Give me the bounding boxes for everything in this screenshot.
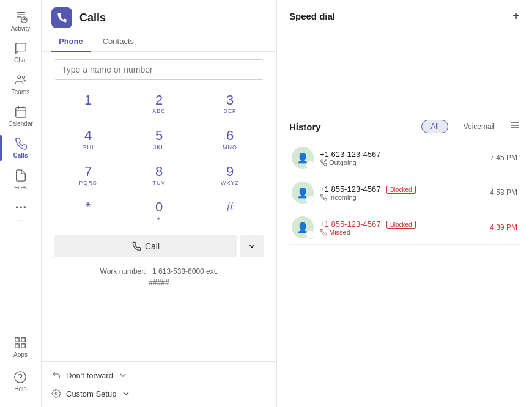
dial-key-5[interactable]: 5JKL bbox=[125, 123, 193, 156]
sidebar-item-label: Chat bbox=[14, 57, 27, 64]
work-number-ext: ##### bbox=[149, 278, 169, 287]
filter-voicemail-button[interactable]: Voicemail bbox=[454, 120, 504, 133]
avatar-1: 👤 bbox=[292, 147, 314, 169]
phone-icon bbox=[131, 241, 141, 251]
sidebar-item-help[interactable]: Help bbox=[11, 365, 30, 397]
svg-rect-3 bbox=[15, 108, 26, 118]
dont-forward-option[interactable]: Don't forward bbox=[51, 368, 267, 383]
chat-icon bbox=[14, 42, 28, 55]
svg-point-9 bbox=[23, 206, 26, 208]
sidebar: Activity Chat Teams Calendar Calls Files… bbox=[0, 0, 42, 407]
dial-key-0[interactable]: 0+ bbox=[125, 194, 193, 227]
call-item-1[interactable]: 👤 +1 613-123-4567 Outgoing 7:45 PM bbox=[289, 141, 520, 175]
sidebar-item-teams[interactable]: Teams bbox=[0, 68, 41, 100]
calendar-icon bbox=[14, 105, 28, 119]
svg-point-7 bbox=[15, 206, 18, 208]
sidebar-item-label: Help bbox=[14, 386, 27, 392]
sidebar-item-apps[interactable]: Apps bbox=[11, 331, 30, 363]
call-time-1: 7:45 PM bbox=[490, 153, 517, 162]
sidebar-item-files[interactable]: Files bbox=[0, 164, 41, 196]
call-type-label-2: Incoming bbox=[329, 194, 357, 201]
avatar-badge-2 bbox=[306, 196, 314, 204]
custom-setup-label: Custom Setup bbox=[66, 389, 116, 398]
svg-point-0 bbox=[21, 17, 26, 23]
chevron-down-icon bbox=[118, 370, 128, 380]
sidebar-item-chat[interactable]: Chat bbox=[0, 37, 41, 68]
svg-point-8 bbox=[20, 206, 22, 208]
dial-key-6[interactable]: 6MNO bbox=[196, 123, 264, 156]
call-type-1: Outgoing bbox=[320, 159, 484, 166]
call-expand-button[interactable] bbox=[240, 235, 264, 257]
sidebar-item-activity[interactable]: Activity bbox=[0, 5, 41, 37]
dialpad-grid: 1 2ABC 3DEF 4GHI 5JKL 6MNO 7PQRS 8TUV 9W… bbox=[54, 87, 264, 228]
sidebar-item-label: Calls bbox=[13, 152, 28, 159]
svg-point-14 bbox=[15, 372, 26, 383]
calls-tabs: Phone Contacts bbox=[42, 32, 276, 52]
help-icon bbox=[13, 370, 27, 384]
page-title: Calls bbox=[79, 12, 106, 24]
calls-nav-icon bbox=[14, 137, 28, 150]
history-menu-button[interactable] bbox=[510, 120, 520, 133]
svg-rect-12 bbox=[21, 344, 25, 348]
bottom-options: Don't forward Custom Setup bbox=[42, 361, 276, 407]
call-item-3[interactable]: 👤 +1 855-123-4567 Blocked Missed 4:39 PM bbox=[289, 210, 520, 245]
call-button[interactable]: Call bbox=[54, 235, 237, 257]
dial-key-9[interactable]: 9WXYZ bbox=[196, 159, 264, 192]
sidebar-item-calendar[interactable]: Calendar bbox=[0, 100, 41, 132]
chevron-down-icon bbox=[121, 389, 131, 398]
call-type-label-3: Missed bbox=[329, 229, 350, 236]
add-speed-dial-button[interactable]: + bbox=[512, 10, 520, 22]
call-type-3: Missed bbox=[320, 229, 484, 236]
dial-key-hash[interactable]: # bbox=[196, 194, 264, 227]
tab-phone[interactable]: Phone bbox=[51, 32, 91, 52]
sidebar-item-label: Apps bbox=[13, 351, 28, 358]
sidebar-item-label: Activity bbox=[11, 25, 31, 32]
blocked-badge-3: Blocked bbox=[386, 221, 416, 229]
dial-key-8[interactable]: 8TUV bbox=[125, 159, 193, 192]
calls-app-icon bbox=[51, 7, 72, 28]
activity-icon bbox=[14, 10, 28, 23]
dial-key-1[interactable]: 1 bbox=[54, 87, 122, 120]
apps-icon bbox=[13, 336, 27, 350]
call-type-label-1: Outgoing bbox=[329, 159, 357, 166]
calls-header: Calls bbox=[42, 0, 276, 28]
avatar-2: 👤 bbox=[292, 182, 314, 204]
call-item-2[interactable]: 👤 +1 855-123-4567 Blocked Incoming 4:53 … bbox=[289, 175, 520, 210]
menu-icon bbox=[510, 120, 520, 130]
chevron-down-icon bbox=[248, 242, 256, 251]
call-number-2: +1 855-123-4567 Blocked bbox=[320, 185, 484, 194]
custom-setup-option[interactable]: Custom Setup bbox=[51, 386, 267, 401]
dial-key-star[interactable]: * bbox=[54, 194, 122, 227]
tab-contacts[interactable]: Contacts bbox=[95, 32, 141, 52]
filter-all-button[interactable]: All bbox=[421, 120, 448, 133]
dont-forward-label: Don't forward bbox=[66, 371, 113, 380]
search-input[interactable] bbox=[54, 59, 264, 80]
history-section: History All Voicemail 👤 +1 613-123-4567 bbox=[289, 120, 520, 245]
sidebar-item-label: ... bbox=[18, 216, 23, 222]
sidebar-item-more[interactable]: ... bbox=[0, 196, 41, 227]
svg-point-1 bbox=[17, 76, 20, 79]
dial-key-7[interactable]: 7PQRS bbox=[54, 159, 122, 192]
call-details-3: +1 855-123-4567 Blocked Missed bbox=[320, 219, 484, 236]
blocked-badge-2: Blocked bbox=[386, 186, 416, 194]
call-button-row: Call bbox=[54, 235, 264, 257]
sidebar-item-label: Teams bbox=[12, 89, 29, 95]
dial-key-4[interactable]: 4GHI bbox=[54, 123, 122, 156]
avatar-3: 👤 bbox=[292, 216, 314, 238]
dialpad-area: 1 2ABC 3DEF 4GHI 5JKL 6MNO 7PQRS 8TUV 9W… bbox=[42, 52, 276, 361]
svg-rect-11 bbox=[21, 338, 25, 342]
incoming-icon bbox=[320, 194, 327, 201]
call-details-1: +1 613-123-4567 Outgoing bbox=[320, 150, 484, 166]
dial-key-3[interactable]: 3DEF bbox=[196, 87, 264, 120]
work-number-label: Work number: +1 613-533-6000 ext. bbox=[100, 267, 218, 276]
work-number-display: Work number: +1 613-533-6000 ext. ##### bbox=[54, 266, 264, 288]
right-panel: Speed dial + History All Voicemail 👤 +1 … bbox=[277, 0, 532, 407]
svg-rect-10 bbox=[15, 338, 19, 342]
sidebar-item-calls[interactable]: Calls bbox=[0, 132, 41, 164]
speed-dial-title: Speed dial bbox=[289, 11, 335, 21]
sidebar-item-label: Files bbox=[14, 184, 27, 191]
dial-key-2[interactable]: 2ABC bbox=[125, 87, 193, 120]
call-details-2: +1 855-123-4567 Blocked Incoming bbox=[320, 185, 484, 201]
call-time-2: 4:53 PM bbox=[490, 188, 517, 197]
call-button-label: Call bbox=[145, 241, 160, 251]
